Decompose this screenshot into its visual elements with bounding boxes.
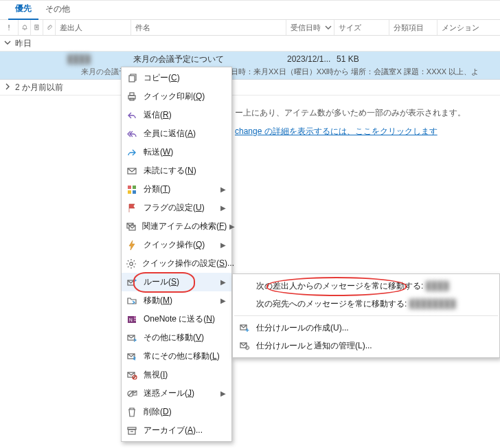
ignore-icon — [126, 369, 138, 381]
svg-rect-17 — [134, 318, 136, 320]
menu-onenote[interactable]: N OneNote に送る(N) — [122, 310, 231, 328]
group-older[interactable]: 2 か月前以前 — [0, 80, 500, 96]
rule-always-move-to-recipient[interactable]: 次の宛先へのメッセージを常に移動する: ████████ — [233, 295, 499, 313]
col-sender[interactable]: 差出人 — [55, 20, 130, 35]
svg-rect-18 — [134, 321, 136, 323]
tab-other[interactable]: その他 — [38, 1, 77, 19]
menu-quick-steps[interactable]: クイック操作(Q) ▶ — [122, 236, 231, 254]
move-icon — [126, 295, 138, 307]
lightning-icon — [126, 239, 138, 251]
group-yesterday[interactable]: 昨日 — [0, 36, 500, 52]
mail-subject: 来月の会議予定について — [133, 54, 287, 65]
menu-move[interactable]: 移動(M) ▶ — [122, 291, 231, 310]
col-importance[interactable]: ! — [0, 20, 18, 35]
menu-copy[interactable]: コピー(C) — [122, 69, 231, 87]
menu-find-related[interactable]: 関連アイテムの検索(F) ▶ — [122, 217, 231, 236]
categorize-icon — [126, 183, 138, 196]
envelope-always-icon — [126, 350, 138, 363]
menu-reply-all[interactable]: 全員に返信(A) — [122, 124, 231, 143]
chevron-right-icon — [0, 82, 15, 92]
rules-icon — [126, 276, 138, 289]
col-mention[interactable]: メンション — [437, 20, 500, 35]
svg-rect-9 — [133, 190, 136, 194]
menu-always-move-to-other[interactable]: 常にその他に移動(L) — [122, 347, 231, 366]
svg-text:N: N — [129, 317, 133, 322]
menu-delete[interactable]: 削除(D) — [122, 403, 231, 421]
col-reminder[interactable] — [18, 20, 30, 35]
mail-date: 2023/12/1... — [287, 54, 337, 64]
svg-rect-3 — [130, 93, 134, 96]
group-label: 昨日 — [15, 38, 32, 49]
reply-icon — [126, 109, 138, 122]
submenu-arrow-icon: ▶ — [220, 204, 226, 212]
forward-icon — [126, 146, 138, 159]
paperclip-icon — [46, 24, 53, 31]
menu-quick-print[interactable]: クイック印刷(Q) — [122, 87, 231, 106]
group-label: 2 か月前以前 — [15, 82, 63, 93]
menu-archive[interactable]: アーカイブ(A)... — [122, 421, 231, 440]
mail-sender: ████ — [67, 54, 133, 64]
submenu-arrow-icon: ▶ — [220, 278, 226, 286]
menu-forward[interactable]: 転送(W) — [122, 143, 231, 161]
submenu-arrow-icon: ▶ — [220, 390, 226, 397]
exchange-details-link[interactable]: change の詳細を表示するには、ここをクリックします — [235, 126, 438, 136]
menu-categorize[interactable]: 分類(T) ▶ — [122, 180, 231, 199]
tab-focused[interactable]: 優先 — [8, 0, 38, 20]
chevron-down-icon — [0, 38, 15, 48]
archive-icon — [126, 425, 138, 437]
menu-ignore[interactable]: 無視(I) — [122, 366, 231, 384]
svg-rect-8 — [128, 190, 131, 194]
info-text: ー上にあり、アイテム数が多いため一部のみが表示されます。 — [235, 107, 497, 119]
svg-rect-16 — [134, 316, 136, 318]
col-received[interactable]: 受信日時 — [286, 20, 334, 35]
inbox-tabs: 優先 その他 — [0, 1, 500, 20]
trash-icon — [126, 406, 138, 418]
menu-flag[interactable]: フラグの設定(U) ▶ — [122, 199, 231, 217]
menu-move-to-other[interactable]: その他に移動(V) — [122, 328, 231, 347]
reply-all-icon — [126, 128, 138, 140]
submenu-arrow-icon: ▶ — [229, 223, 235, 230]
menu-quick-steps-settings[interactable]: クイック操作の設定(S)... — [122, 254, 231, 273]
bell-icon — [21, 24, 28, 31]
col-icon[interactable] — [30, 20, 43, 35]
gear-icon — [126, 258, 137, 270]
sort-desc-icon — [325, 24, 332, 31]
context-menu: コピー(C) クイック印刷(Q) 返信(R) 全員に返信(A) 転送(W) 未読… — [121, 67, 232, 442]
col-attachment[interactable] — [43, 20, 55, 35]
column-header-bar: ! 差出人 件名 受信日時 サイズ 分類項目 メンション — [0, 20, 500, 36]
col-category[interactable]: 分類項目 — [389, 20, 437, 35]
submenu-arrow-icon: ▶ — [220, 297, 226, 304]
copy-icon — [126, 72, 138, 85]
svg-point-12 — [130, 262, 133, 265]
onenote-icon: N — [126, 313, 138, 326]
submenu-arrow-icon: ▶ — [220, 241, 226, 249]
info-area: ー上にあり、アイテム数が多いため一部のみが表示されます。 change の詳細を… — [235, 107, 497, 137]
junk-icon — [126, 388, 138, 400]
rule-create[interactable]: 仕分けルールの作成(U)... — [233, 319, 499, 337]
create-rule-icon — [238, 322, 251, 334]
print-icon — [126, 91, 138, 103]
col-subject[interactable]: 件名 — [130, 20, 286, 35]
flag-icon — [126, 202, 138, 214]
manage-rules-icon — [238, 339, 251, 352]
col-size[interactable]: サイズ — [334, 20, 389, 35]
menu-junk[interactable]: 迷惑メール(J) ▶ — [122, 384, 231, 403]
mail-row-selected[interactable]: ████ 来月の会議予定について 2023/12/1... 51 KB 来月の会… — [0, 52, 500, 80]
svg-rect-7 — [133, 186, 136, 189]
menu-mark-unread[interactable]: 未読にする(N) — [122, 161, 231, 180]
rule-always-move-from-sender[interactable]: 次の差出人からのメッセージを常に移動する: ████ — [233, 277, 499, 295]
svg-rect-1 — [129, 76, 135, 82]
menu-reply[interactable]: 返信(R) — [122, 106, 231, 124]
mail-size: 51 KB — [337, 54, 359, 64]
envelope-icon — [126, 165, 138, 177]
related-icon — [126, 221, 137, 233]
svg-rect-6 — [128, 186, 131, 189]
menu-rules[interactable]: ルール(S) ▶ — [122, 273, 231, 291]
page-icon — [34, 24, 41, 31]
rule-manage[interactable]: 仕分けルールと通知の管理(L)... — [233, 337, 499, 355]
submenu-arrow-icon: ▶ — [220, 186, 226, 193]
rules-submenu: 次の差出人からのメッセージを常に移動する: ████ 次の宛先へのメッセージを常… — [232, 273, 500, 358]
envelope-move-icon — [126, 332, 138, 344]
menu-divider — [234, 315, 498, 316]
mail-preview-body: 日時：来月XX日（曜日）XX時から 場所：会議室X 課題：XXXX 以上、よ — [231, 67, 500, 77]
